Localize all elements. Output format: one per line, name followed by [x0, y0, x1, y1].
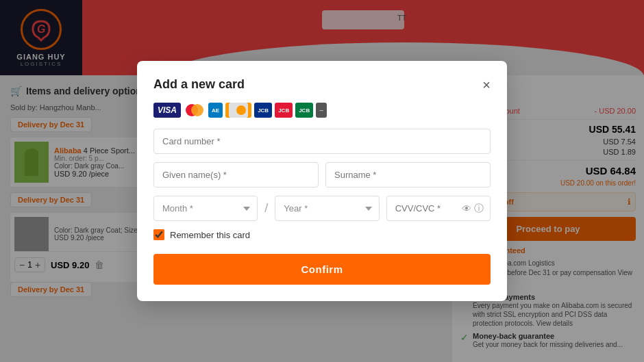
year-select[interactable]: Year * 2024 2025 2026 2027 2028 2029 203…	[275, 196, 379, 221]
remember-card-label: Remember this card	[170, 230, 250, 240]
month-select[interactable]: Month * 01 02 03 04 05 06 07 08 09 10 11…	[153, 196, 258, 221]
add-card-modal: Add a new card × VISA AE JCB JCB JCB ···	[137, 61, 507, 301]
expiry-cvv-row: Month * 01 02 03 04 05 06 07 08 09 10 11…	[153, 196, 491, 221]
cvv-icons: 👁 ⓘ	[462, 203, 484, 215]
jcb2-logo: JCB	[275, 103, 293, 118]
slash-divider: /	[264, 201, 268, 216]
modal-close-btn[interactable]: ×	[482, 78, 491, 92]
discover-logo	[225, 103, 251, 118]
modal-title: Add a new card	[153, 77, 245, 92]
surname-group	[325, 162, 491, 188]
given-name-input[interactable]	[153, 162, 319, 188]
year-group: Year * 2024 2025 2026 2027 2028 2029 203…	[275, 196, 379, 221]
remember-card-checkbox[interactable]	[153, 229, 164, 240]
cvv-group: 👁 ⓘ	[386, 196, 491, 221]
jcb3-logo: JCB	[295, 103, 313, 118]
confirm-btn[interactable]: Confirm	[153, 254, 491, 285]
card-number-input[interactable]	[153, 129, 491, 154]
card-number-group	[153, 129, 491, 154]
modal-overlay[interactable]: Add a new card × VISA AE JCB JCB JCB ···	[0, 0, 644, 362]
mastercard-logo	[184, 103, 206, 118]
svg-point-4	[191, 104, 203, 116]
remember-card-row: Remember this card	[153, 229, 491, 240]
eye-icon[interactable]: 👁	[462, 203, 471, 214]
card-logos: VISA AE JCB JCB JCB ···	[153, 103, 491, 118]
given-name-group	[153, 162, 319, 188]
visa-logo: VISA	[153, 103, 181, 118]
surname-input[interactable]	[325, 162, 491, 188]
amex-logo: AE	[208, 103, 223, 118]
svg-point-6	[236, 105, 246, 115]
jcb1-logo: JCB	[254, 103, 272, 118]
help-icon[interactable]: ⓘ	[474, 203, 484, 215]
other-logo: ···	[316, 103, 327, 118]
month-group: Month * 01 02 03 04 05 06 07 08 09 10 11…	[153, 196, 258, 221]
name-row	[153, 162, 491, 188]
modal-header: Add a new card ×	[153, 77, 491, 92]
